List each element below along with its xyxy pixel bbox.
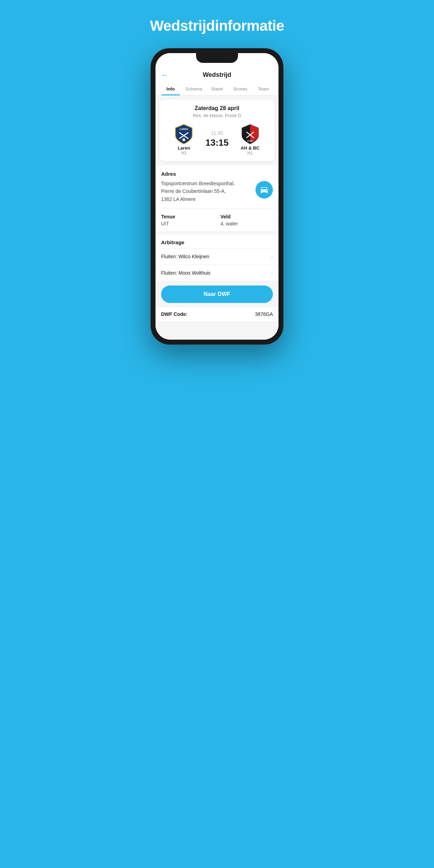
tenue-veld-section: Tenue UIT Veld 4, water bbox=[155, 209, 279, 231]
phone-screen: ← Wedstrijd Info Schema Stand Scores Tea… bbox=[155, 53, 279, 340]
navigation-button[interactable] bbox=[255, 181, 273, 198]
app-content: ← Wedstrijd Info Schema Stand Scores Tea… bbox=[155, 53, 279, 340]
veld-label: Veld bbox=[220, 214, 273, 219]
match-time: 11:45 bbox=[211, 130, 223, 136]
tab-scores[interactable]: Scores bbox=[229, 83, 252, 95]
app-header: ← Wedstrijd bbox=[155, 68, 279, 83]
main-content: Zaterdag 28 april Res. 4e klasse, Poule … bbox=[155, 95, 279, 340]
home-team-name: Laren bbox=[178, 145, 190, 151]
dwf-button[interactable]: Naar DWF bbox=[161, 285, 273, 303]
match-date: Zaterdag 28 april bbox=[165, 105, 269, 111]
tenue-item: Tenue UIT bbox=[161, 214, 214, 226]
arbitrage-title: Arbitrage bbox=[161, 239, 273, 245]
arbitrage-text-1: Fluiten: Wilco Kleijnen bbox=[161, 254, 209, 259]
dwf-code-label: DWF Code: bbox=[161, 311, 187, 317]
away-team: ah&bc AH & BC H1 bbox=[234, 123, 266, 155]
address-text: Topsportcentrum Breedtesporthal,Pierre d… bbox=[161, 180, 248, 203]
chevron-icon-1: › bbox=[271, 253, 273, 260]
score-area: 11:45 13:15 bbox=[200, 130, 234, 148]
tab-stand[interactable]: Stand bbox=[205, 83, 229, 95]
arbitrage-item-1[interactable]: Fluiten: Wilco Kleijnen › bbox=[155, 248, 279, 265]
home-team-sub: H1 bbox=[181, 151, 187, 155]
match-teams: LAREN Laren H1 11: bbox=[165, 123, 269, 155]
arbitrage-header: Arbitrage bbox=[155, 234, 279, 248]
address-row: Topsportcentrum Breedtesporthal,Pierre d… bbox=[161, 180, 273, 203]
home-team-logo: LAREN bbox=[173, 123, 195, 145]
away-team-logo: ah&bc bbox=[239, 123, 261, 145]
veld-value: 4, water bbox=[220, 221, 273, 226]
veld-item: Veld 4, water bbox=[220, 214, 273, 226]
away-team-sub: H1 bbox=[247, 151, 253, 155]
svg-point-3 bbox=[182, 138, 185, 141]
dwf-code-row: DWF Code: 3876GA bbox=[155, 307, 279, 321]
tab-bar: Info Schema Stand Scores Team bbox=[155, 83, 279, 95]
divider-2 bbox=[161, 231, 273, 232]
match-score: 13:15 bbox=[205, 137, 229, 148]
match-league: Res. 4e klasse, Poule D bbox=[165, 113, 269, 118]
chevron-icon-2: › bbox=[271, 270, 273, 276]
page-title: Wedstrijdinformatie bbox=[150, 17, 284, 34]
tenue-label: Tenue bbox=[161, 214, 214, 219]
phone-frame: ← Wedstrijd Info Schema Stand Scores Tea… bbox=[151, 48, 283, 345]
home-team: LAREN Laren H1 bbox=[168, 123, 200, 155]
arbitrage-text-2: Fluiten: Moos Wolthuis bbox=[161, 270, 210, 276]
back-button[interactable]: ← bbox=[161, 71, 169, 80]
tab-info[interactable]: Info bbox=[159, 83, 182, 95]
match-card: Zaterdag 28 april Res. 4e klasse, Poule … bbox=[160, 100, 274, 161]
tab-team[interactable]: Team bbox=[252, 83, 275, 95]
divider-5 bbox=[161, 281, 273, 281]
dwf-code-value: 3876GA bbox=[255, 311, 273, 317]
address-section: Adres Topsportcentrum Breedtesporthal,Pi… bbox=[155, 165, 279, 209]
tab-schema[interactable]: Schema bbox=[182, 83, 205, 95]
header-title: Wedstrijd bbox=[203, 71, 231, 79]
car-icon bbox=[260, 185, 269, 194]
tenue-value: UIT bbox=[161, 221, 214, 226]
phone-notch bbox=[196, 53, 238, 63]
svg-text:ah&bc: ah&bc bbox=[247, 140, 253, 142]
arbitrage-item-2[interactable]: Fluiten: Moos Wolthuis › bbox=[155, 265, 279, 281]
address-label: Adres bbox=[161, 171, 273, 177]
away-team-name: AH & BC bbox=[241, 145, 260, 151]
svg-text:LAREN: LAREN bbox=[180, 128, 188, 130]
